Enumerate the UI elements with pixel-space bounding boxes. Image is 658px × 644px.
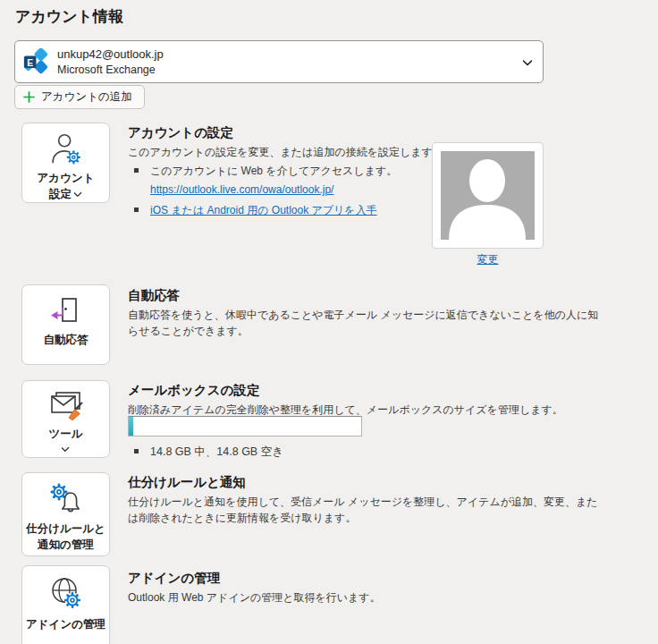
auto-reply-tile-button[interactable]: 自動応答	[21, 284, 110, 365]
auto-reply-description-line2: らせることができます。	[128, 323, 249, 339]
rules-alerts-description-line2: は削除されたときに更新情報を受け取ります。	[128, 510, 356, 526]
manage-addins-description: Outlook 用 Web アドインの管理と取得を行います。	[128, 589, 381, 606]
manage-addins-tile-button[interactable]: アドインの管理	[21, 565, 110, 644]
quota-text: 14.8 GB 中、14.8 GB 空き	[150, 445, 283, 460]
account-selector-text: unkup42@outlook.jp Microsoft Exchange	[57, 47, 164, 76]
owa-link-row: https://outlook.live.com/owa/outlook.jp/	[150, 183, 333, 196]
owa-link[interactable]: https://outlook.live.com/owa/outlook.jp/	[150, 183, 333, 196]
globe-gear-icon	[46, 576, 87, 614]
bullet-square-icon	[134, 168, 139, 173]
rules-alerts-tile-label: 仕分けルールと 通知の管理	[26, 521, 105, 553]
get-outlook-app-link[interactable]: iOS または Android 用の Outlook アプリを入手	[150, 203, 377, 218]
out-of-office-door-icon	[48, 297, 84, 329]
manage-addins-tile-label: アドインの管理	[26, 617, 105, 633]
account-selector-dropdown[interactable]: E unkup42@outlook.jp Microsoft Exchange	[14, 40, 544, 83]
bullet-square-icon	[134, 449, 139, 453]
bullet-square-icon	[134, 208, 139, 212]
account-settings-description: このアカウントの設定を変更、または追加の接続を設定します。	[128, 144, 443, 160]
mailbox-quota-fill	[129, 417, 133, 436]
rules-alerts-tile-button[interactable]: 仕分けルールと 通知の管理	[21, 472, 110, 556]
profile-photo-placeholder	[441, 151, 535, 240]
account-settings-tile-button[interactable]: アカウント 設定	[21, 123, 110, 203]
mailbox-cleanup-icon	[46, 391, 87, 423]
plus-icon	[23, 91, 35, 103]
add-account-button[interactable]: アカウントの追加	[14, 85, 145, 109]
quota-bullet: 14.8 GB 中、14.8 GB 空き	[134, 445, 283, 460]
person-silhouette-icon	[441, 151, 535, 240]
auto-reply-description-line1: 自動応答を使うと、休暇中であることや電子メール メッセージに返信できないことを他…	[128, 307, 598, 323]
web-access-text: このアカウントに Web を介してアクセスします。	[150, 164, 397, 179]
rules-alerts-heading: 仕分けルールと通知	[128, 474, 246, 491]
manage-addins-heading: アドインの管理	[128, 570, 220, 587]
account-provider: Microsoft Exchange	[57, 64, 164, 76]
account-email: unkup42@outlook.jp	[57, 47, 164, 61]
chevron-down-icon	[523, 60, 532, 66]
tools-tile-label: ツール	[48, 427, 82, 443]
mailbox-quota-bar	[128, 416, 362, 436]
chevron-down-icon	[74, 192, 82, 198]
photo-change-row: 変更	[432, 252, 544, 267]
chevron-down-icon	[62, 447, 70, 453]
auto-reply-tile-label: 自動応答	[44, 333, 89, 349]
account-settings-tile-label: アカウント 設定	[38, 171, 95, 202]
change-photo-link[interactable]: 変更	[477, 253, 499, 266]
person-gear-icon	[46, 132, 87, 167]
profile-photo	[432, 142, 544, 249]
add-account-label: アカウントの追加	[41, 89, 132, 105]
svg-text:E: E	[27, 58, 33, 68]
microsoft-exchange-icon: E	[22, 48, 49, 75]
mailbox-settings-heading: メールボックスの設定	[128, 382, 259, 399]
get-app-bullet: iOS または Android 用の Outlook アプリを入手	[134, 203, 377, 218]
web-access-bullet: このアカウントに Web を介してアクセスします。	[134, 164, 397, 179]
gear-bell-icon	[46, 482, 87, 518]
rules-alerts-description-line1: 仕分けルールと通知を使用して、受信メール メッセージを整理し、アイテムが追加、変…	[128, 494, 598, 510]
page-title: アカウント情報	[15, 6, 123, 27]
mailbox-tools-tile-button[interactable]: ツール	[21, 380, 110, 458]
auto-reply-heading: 自動応答	[128, 287, 180, 304]
account-settings-heading: アカウントの設定	[128, 124, 233, 141]
